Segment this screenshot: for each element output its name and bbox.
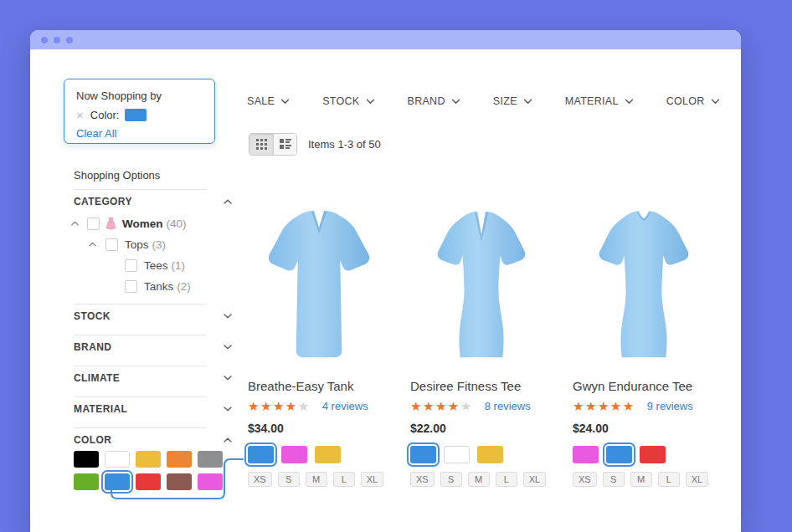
section-label: COLOR [74, 434, 111, 446]
size-option-l[interactable]: L [333, 472, 355, 487]
reviews-link[interactable]: 4 reviews [322, 400, 368, 412]
product-color-swatch-selected[interactable] [606, 446, 632, 463]
remove-filter-icon[interactable]: × [76, 109, 84, 121]
color-filter-swatch[interactable] [136, 451, 161, 468]
active-filters-title: Now Shopping by [76, 90, 203, 102]
sidebar-section-stock[interactable]: STOCK [74, 310, 233, 322]
reviews-link[interactable]: 9 reviews [647, 400, 693, 412]
chevron-down-icon [523, 99, 532, 105]
star-filled-icon: ★ [423, 399, 435, 413]
sidebar-section-color[interactable]: COLOR [74, 434, 233, 446]
size-option-m[interactable]: M [630, 472, 652, 487]
size-option-l[interactable]: L [658, 472, 680, 487]
page-content: Now Shopping by × Color: Clear All Shopp… [30, 49, 741, 532]
window-control-dot[interactable] [54, 37, 60, 43]
clear-all-link[interactable]: Clear All [76, 127, 116, 140]
product-image[interactable] [248, 199, 390, 363]
product-name[interactable]: Desiree Fitness Tee [410, 379, 553, 393]
divider [74, 335, 206, 335]
color-filter-swatch-selected[interactable] [105, 473, 130, 490]
product-color-swatch[interactable] [281, 446, 307, 463]
product-color-swatches [410, 446, 553, 463]
color-filter-swatch[interactable] [167, 451, 192, 468]
color-filter-swatches [74, 451, 229, 490]
product-card: Breathe-Easy Tank ★★★★★ 4 reviews $34.00… [248, 199, 390, 487]
star-empty-icon: ★ [298, 399, 311, 413]
chevron-down-icon [223, 406, 233, 412]
color-filter-swatch[interactable] [136, 473, 161, 490]
divider [74, 304, 206, 304]
product-color-swatch[interactable] [315, 446, 341, 463]
filter-dropdown-color[interactable]: COLOR [666, 95, 720, 107]
grid-view-button[interactable] [249, 134, 273, 155]
divider [74, 427, 206, 428]
checkbox-tanks[interactable] [125, 280, 137, 293]
size-option-xl[interactable]: XL [686, 472, 708, 487]
sidebar-section-category[interactable]: CATEGORY [74, 196, 233, 207]
chevron-up-icon [223, 198, 233, 205]
filter-dropdown-stock[interactable]: STOCK [322, 95, 374, 107]
star-filled-icon: ★ [610, 399, 623, 413]
star-filled-icon: ★ [448, 399, 460, 413]
product-image[interactable] [410, 199, 553, 363]
color-filter-swatch[interactable] [198, 473, 223, 490]
size-option-l[interactable]: L [496, 472, 517, 487]
section-label: MATERIAL [74, 403, 127, 415]
color-filter-swatch[interactable] [74, 451, 99, 468]
list-view-button[interactable] [273, 134, 296, 155]
sidebar-section-material[interactable]: MATERIAL [74, 403, 233, 415]
size-option-m[interactable]: M [468, 472, 490, 487]
checkbox-tops[interactable] [105, 238, 118, 251]
section-label: BRAND [74, 341, 111, 353]
size-option-m[interactable]: M [306, 472, 327, 487]
size-option-xs[interactable]: XS [410, 472, 435, 487]
window-control-dot[interactable] [66, 37, 73, 43]
product-color-swatch[interactable] [477, 446, 503, 463]
category-item-tops[interactable]: Tops (3) [88, 235, 166, 253]
size-option-s[interactable]: S [278, 472, 300, 487]
list-view-icon [280, 139, 291, 150]
product-color-swatch[interactable] [444, 446, 470, 463]
filter-dropdown-sale[interactable]: SALE [247, 95, 290, 107]
color-filter-swatch[interactable] [105, 451, 130, 468]
star-rating: ★★★★★ [248, 400, 311, 412]
color-filter-swatch[interactable] [167, 473, 192, 490]
filter-dropdown-size[interactable]: SIZE [493, 95, 532, 107]
star-rating: ★★★★★ [410, 400, 473, 412]
product-color-swatch[interactable] [573, 446, 599, 463]
category-item-tanks[interactable]: Tanks (2) [125, 277, 191, 295]
filter-dropdown-material[interactable]: MATERIAL [565, 95, 634, 107]
sidebar-section-climate[interactable]: CLIMATE [74, 372, 233, 384]
product-image[interactable] [573, 199, 715, 363]
size-option-xs[interactable]: XS [248, 472, 272, 487]
category-item-women[interactable]: Women (40) [70, 214, 187, 233]
product-name[interactable]: Breathe-Easy Tank [248, 379, 390, 393]
category-label: Tees [144, 259, 168, 272]
color-filter-swatch[interactable] [74, 473, 99, 490]
size-option-xs[interactable]: XS [573, 472, 597, 487]
chevron-down-icon [280, 99, 290, 105]
filter-dropdown-brand[interactable]: BRAND [408, 95, 460, 107]
size-option-s[interactable]: S [440, 472, 462, 487]
active-color-swatch [125, 109, 147, 121]
product-color-swatch[interactable] [640, 446, 666, 463]
checkbox-tees[interactable] [125, 259, 137, 272]
reviews-link[interactable]: 8 reviews [485, 400, 531, 412]
category-item-tees[interactable]: Tees (1) [125, 256, 185, 274]
star-filled-icon: ★ [248, 399, 260, 413]
window-control-dot[interactable] [41, 37, 48, 43]
star-filled-icon: ★ [285, 399, 298, 413]
filter-bar: SALESTOCKBRANDSIZEMATERIALCOLOR [247, 95, 720, 107]
size-option-s[interactable]: S [603, 472, 625, 487]
checkbox-women[interactable] [87, 217, 100, 230]
size-option-xl[interactable]: XL [523, 472, 546, 487]
category-count: (40) [167, 217, 187, 230]
product-color-swatch-selected[interactable] [410, 446, 436, 463]
sidebar-section-brand[interactable]: BRAND [74, 341, 233, 353]
size-option-xl[interactable]: XL [361, 472, 383, 487]
product-color-swatch-selected[interactable] [248, 446, 274, 463]
color-filter-swatch[interactable] [198, 451, 223, 468]
product-name[interactable]: Gwyn Endurance Tee [573, 379, 715, 393]
chevron-down-icon [223, 313, 233, 320]
category-count: (2) [177, 280, 191, 293]
